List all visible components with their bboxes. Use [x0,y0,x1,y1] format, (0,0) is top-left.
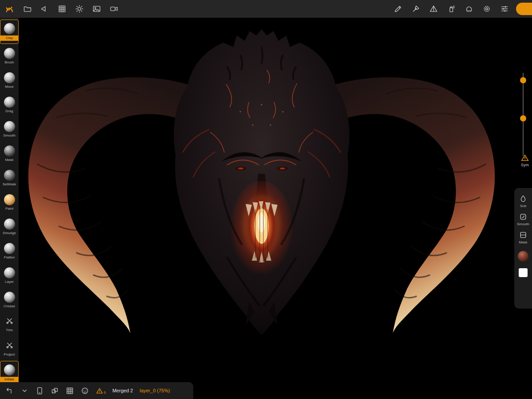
corner-menu-button[interactable] [516,3,532,15]
warning-count: 5 [104,391,106,395]
tool-selmask[interactable]: SelMask [0,166,19,190]
mesh-name-label[interactable]: Merged 2 [112,388,133,393]
tool-label: Smudge [3,231,16,235]
sphere-tan-icon [4,194,15,205]
app-logo[interactable] [4,4,15,14]
sphere-dark-icon [4,145,15,156]
grid-icon[interactable] [58,4,66,13]
sliders-icon[interactable] [500,4,509,13]
droplet-icon [519,194,528,203]
tool-label: Crease [4,304,15,309]
tool-brush[interactable]: Brush [0,44,19,68]
tool-label: Move [5,85,14,89]
app-window: ClayBrushMoveDragSmoothMaskSelMaskPaintS… [0,0,532,399]
color-swatch-icon [519,268,528,277]
scissors-icon [5,341,14,351]
pen-icon[interactable] [411,4,420,13]
tool-label: Inflate [0,377,19,382]
spray-icon[interactable] [447,4,456,13]
top-toolbar [0,0,532,18]
scene-icon[interactable] [51,387,59,395]
camera-icon[interactable] [110,4,118,13]
panel-smooth[interactable]: Smooth [517,212,529,226]
sculpt-render[interactable] [19,18,532,399]
sphere-icon [4,121,15,132]
symmetry-button[interactable]: Sym [520,153,529,167]
warning-triangle-icon [520,153,529,162]
sphere-icon [4,97,15,108]
tool-paint[interactable]: Paint [0,190,19,215]
panel-mask[interactable]: Mask [519,231,528,244]
speaker-icon[interactable] [40,4,49,13]
material-sphere-icon [518,251,528,262]
intensity-slider-handle[interactable] [520,115,526,121]
tool-label: Mask [5,158,13,162]
tool-label: Smooth [3,133,16,138]
tool-project[interactable]: Project [0,336,19,361]
tool-trim[interactable]: Trim [0,312,19,336]
tool-sidebar: ClayBrushMoveDragSmoothMaskSelMaskPaintS… [0,18,19,399]
color-swatch[interactable] [519,266,528,277]
tool-label: Layer [5,280,14,284]
slider-track[interactable] [523,73,524,156]
sphere-icon [4,48,15,59]
gear-icon[interactable] [482,4,491,13]
smooth-square-icon [519,212,528,221]
prism-icon[interactable] [429,4,438,13]
panel-sub[interactable]: Sub [519,194,528,208]
toolbar-left-group [0,4,118,14]
material-sphere[interactable] [518,249,528,262]
face-icon[interactable] [81,387,89,395]
sphere-icon [4,72,15,83]
bottom-icons-group [5,387,89,395]
tool-mask[interactable]: Mask [0,141,19,166]
tool-label: Brush [5,60,14,65]
vertical-sliders [520,73,527,156]
toolbar-right-group [394,4,509,13]
material-icon[interactable] [465,4,473,13]
scissors-icon [5,317,14,327]
tool-list: ClayBrushMoveDragSmoothMaskSelMaskPaintS… [0,18,19,385]
sphere-icon [4,267,15,278]
bottom-toolbar: 5 Merged 2 layer_0 (75%) [0,382,193,399]
sphere-icon [4,292,15,303]
tool-smooth[interactable]: Smooth [0,117,19,141]
folder-icon[interactable] [23,4,32,13]
tool-inflate[interactable]: Inflate [0,361,19,385]
undo-icon[interactable] [5,387,14,395]
tool-label: Paint [5,207,13,211]
sphere-icon [4,364,15,376]
tool-label: Drag [5,109,13,113]
tool-drag[interactable]: Drag [0,93,19,117]
image-icon[interactable] [92,4,101,13]
chevron-down-icon[interactable] [20,387,29,395]
tool-flatten[interactable]: Flatten [0,239,19,263]
panel-item-label: Smooth [517,222,529,226]
tablet-icon[interactable] [35,387,44,395]
tool-layer[interactable]: Layer [0,263,19,288]
sphere-icon [4,219,15,230]
panel-item-label: Mask [519,240,527,244]
tool-label: Clay [0,35,19,41]
tool-smudge[interactable]: Smudge [0,215,19,239]
pencil-icon[interactable] [394,4,403,13]
sphere-dark-icon [4,170,15,181]
tool-label: Project [4,352,15,357]
sun-icon[interactable] [75,4,84,13]
tool-label: Flatten [4,255,15,260]
tool-move[interactable]: Move [0,68,19,93]
sphere-icon [4,23,15,34]
tool-clay[interactable]: Clay [0,20,19,44]
grid-icon[interactable] [66,387,74,395]
warning-indicator[interactable]: 5 [96,387,106,395]
layer-label[interactable]: layer_0 (75%) [140,388,170,393]
symmetry-label: Sym [521,163,529,167]
tool-label: Trim [6,328,13,332]
mask-square-icon [519,231,528,239]
viewport-canvas[interactable] [19,18,532,399]
panel-item-label: Sub [520,204,526,208]
tool-crease[interactable]: Crease [0,288,19,312]
right-panel: SubSmoothMask [514,188,532,309]
radius-slider-handle[interactable] [520,77,526,83]
sphere-icon [4,243,15,254]
